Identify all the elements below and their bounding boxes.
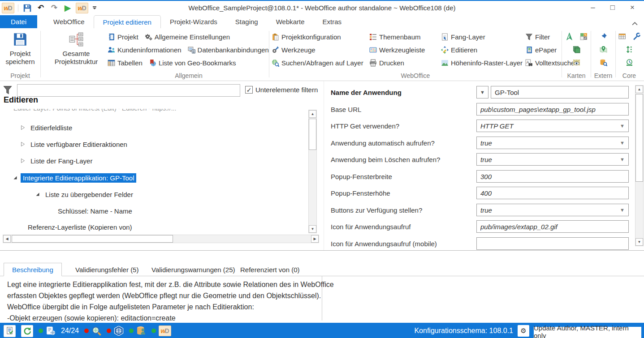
tree-vertical-scrollbar[interactable]: ▲ ▼ — [308, 110, 317, 233]
expander-collapsed-icon[interactable] — [20, 125, 26, 130]
checkbox-label: Unterelemente filtern — [255, 86, 318, 94]
tab-weboffice[interactable]: WebOffice — [44, 15, 93, 28]
tabellen-button[interactable]: Tabellen — [108, 57, 143, 69]
scroll-right-button[interactable]: ▶ — [311, 235, 319, 243]
tree-row[interactable]: Schlüssel: Name - Name — [56, 205, 134, 216]
form-vertical-scrollbar[interactable]: ▲ ▼ — [635, 85, 644, 246]
scroll-up-button[interactable]: ▲ — [635, 86, 643, 93]
tab-datei[interactable]: Datei — [0, 15, 37, 28]
undo-button[interactable]: ↶ — [35, 3, 46, 13]
base-url-input[interactable] — [476, 103, 629, 116]
quick-save-button[interactable] — [22, 3, 33, 13]
editieren-button[interactable]: Editieren — [441, 44, 521, 56]
fang-layer-button[interactable]: Fang-Layer — [441, 31, 521, 43]
tree-row-clipped[interactable]: Editier-Layer: Points of Interest (Edit)… — [13, 109, 305, 112]
popup-breite-input[interactable] — [476, 170, 629, 183]
project-structure-button[interactable]: Gesamte Projektstruktur — [49, 28, 103, 66]
themenbaum-button[interactable]: Themenbaum — [369, 31, 437, 43]
expander-collapsed-icon[interactable] — [20, 141, 26, 147]
sort-adjust-icon[interactable] — [624, 44, 635, 55]
scroll-thumb[interactable] — [635, 94, 643, 182]
tree-row[interactable]: Liste verfügbarer Editieraktionen — [20, 139, 130, 150]
tab-projekt-editieren[interactable]: Projekt editieren — [94, 15, 161, 28]
tab-validierungswarnungen[interactable]: Validierungswarnungen (25) — [143, 263, 243, 276]
redo-button[interactable]: ↷ — [49, 3, 60, 13]
gears-icon — [145, 33, 152, 41]
scroll-thumb[interactable] — [309, 119, 316, 150]
icon-aufruf-mobile-input[interactable] — [476, 237, 629, 250]
map-marker-icon[interactable] — [598, 44, 609, 55]
tab-projekt-wizards[interactable]: Projekt-Wizards — [161, 15, 226, 28]
navigation-arrow-icon[interactable] — [564, 31, 575, 42]
allgemeine-einstellungen-button[interactable]: Allgemeine Einstellungen — [145, 31, 230, 43]
tree-row[interactable]: Liste der Fang-Layer — [20, 155, 95, 166]
maximize-button[interactable]: □ — [603, 1, 622, 14]
tree-filter-input[interactable] — [17, 84, 240, 97]
tab-validierungsfehler[interactable]: Validierungsfehler (5) — [67, 263, 147, 276]
kundeninformationen-button[interactable]: Kundeninformationen — [108, 44, 182, 56]
printer-icon — [369, 59, 377, 67]
projektkonfiguration-button[interactable]: Projektkonfiguration — [272, 31, 365, 43]
settings-gear-button[interactable]: ⚙ — [518, 325, 529, 337]
werkzeugleiste-button[interactable]: Werkzeugleiste — [369, 44, 437, 56]
pushpin-icon[interactable] — [598, 31, 609, 42]
loeschen-aufrufen-select[interactable]: true▼ — [476, 153, 629, 166]
scroll-down-button[interactable]: ▼ — [309, 225, 316, 233]
map-design-icon[interactable] — [578, 31, 589, 42]
name-dropdown-button[interactable]: ▼ — [476, 86, 488, 98]
tree-row[interactable]: Liste zu übergebender Felder — [35, 189, 135, 200]
weboffice-launch-button[interactable]: wD — [76, 3, 88, 13]
tab-staging[interactable]: Staging — [226, 15, 267, 28]
group-label: Core — [616, 72, 642, 79]
tree-row[interactable]: Referenz-Layerliste (Kopieren von) — [26, 222, 134, 232]
scroll-up-button[interactable]: ▲ — [309, 110, 316, 118]
database-search-icon[interactable] — [598, 57, 609, 68]
datenbankanbindungen-button[interactable]: Datenbankanbindungen — [188, 44, 269, 56]
icon-aufruf-input[interactable] — [476, 220, 629, 233]
chevron-down-icon: ▼ — [620, 157, 625, 162]
run-button[interactable]: ▶ — [62, 3, 73, 13]
refresh-icon[interactable] — [21, 325, 33, 337]
layers-icon[interactable] — [571, 44, 582, 55]
wrench-icon[interactable] — [631, 31, 642, 42]
projekt-button[interactable]: Projekt — [108, 31, 138, 43]
http-get-select[interactable]: HTTP GET▼ — [476, 120, 629, 132]
tree-horizontal-scrollbar[interactable]: ◀ ▶ — [3, 235, 319, 243]
form-label: Icon für Anwendungsaufruf (mobile) — [331, 240, 437, 248]
scroll-thumb[interactable] — [12, 235, 173, 243]
divider — [18, 4, 18, 12]
customize-toolbar-button[interactable] — [91, 3, 98, 13]
panel-splitter[interactable] — [324, 81, 324, 250]
suchen-abfragen-button[interactable]: Suchen/Abfragen auf Layer — [272, 57, 365, 69]
geo-bookmarks-button[interactable]: Liste von Geo-Bookmarks — [149, 57, 236, 69]
core-table-icon[interactable] — [617, 31, 627, 42]
name-der-anwendung-input[interactable] — [491, 86, 629, 98]
minimize-button[interactable]: – — [583, 1, 603, 14]
tree-row[interactable]: Editierfeldliste — [20, 122, 74, 133]
collapse-ribbon-icon[interactable] — [632, 22, 638, 26]
close-button[interactable]: × — [622, 1, 642, 14]
save-project-button[interactable]: Projekt speichern — [0, 28, 40, 66]
expander-collapsed-icon[interactable] — [20, 158, 26, 163]
expander-expanded-icon[interactable] — [35, 192, 40, 197]
map-visibility-icon[interactable] — [571, 57, 582, 68]
expander-expanded-icon[interactable] — [13, 175, 18, 180]
validation-report-icon[interactable] — [4, 325, 16, 337]
popup-hoehe-input[interactable] — [476, 187, 629, 199]
buttons-select[interactable]: true▼ — [476, 204, 629, 216]
tab-referenziert-von[interactable]: Referenziert von (0) — [232, 263, 308, 276]
scroll-down-button[interactable]: ▼ — [635, 238, 643, 246]
tree-row-selected[interactable]: Integrierte Editierapplikation: GP-Tool — [13, 172, 136, 183]
tab-extras[interactable]: Extras — [314, 15, 351, 28]
tab-beschreibung[interactable]: Beschreibung — [4, 263, 62, 276]
auto-aufrufen-select[interactable]: true▼ — [476, 137, 629, 149]
app-logo-icon[interactable]: wD — [2, 3, 14, 13]
filter-subelements-checkbox[interactable]: ✓ — [245, 86, 253, 94]
hoeheninfo-button[interactable]: Höheninfo-Raster-Layer — [441, 57, 521, 69]
werkzeuge-button[interactable]: Werkzeuge — [272, 44, 365, 56]
scroll-left-button[interactable]: ◀ — [3, 235, 11, 243]
drucken-button[interactable]: Drucken — [369, 57, 437, 69]
clock-icon[interactable] — [624, 57, 635, 68]
form-label: Anwendung automatisch aufrufen? — [331, 139, 435, 147]
tab-webkarte[interactable]: Webkarte — [267, 15, 314, 28]
